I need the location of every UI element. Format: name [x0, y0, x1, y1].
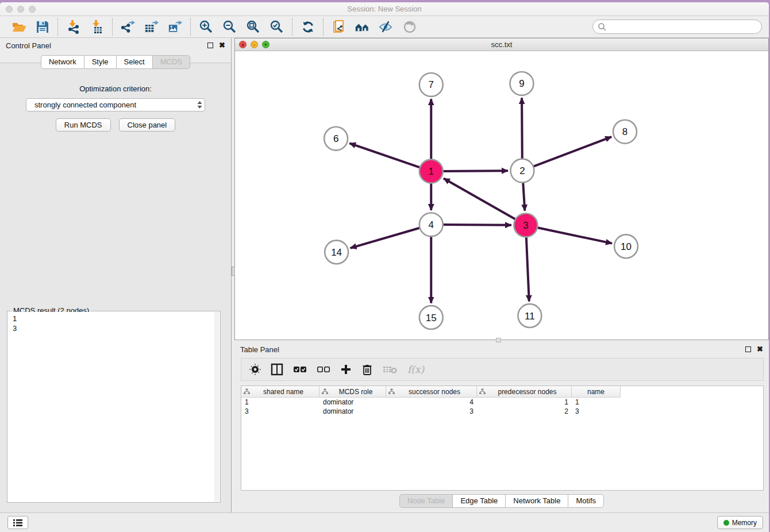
- criterion-select[interactable]: strongly connected component: [26, 98, 205, 111]
- table-cell[interactable]: dominator: [319, 398, 386, 407]
- memory-status-icon: [723, 520, 729, 526]
- table-cell[interactable]: 3: [572, 407, 621, 416]
- horizontal-splitter[interactable]: [234, 340, 769, 342]
- zoom-in-icon[interactable]: [198, 19, 214, 34]
- column-header-shared-name[interactable]: shared name: [241, 386, 319, 398]
- graph-node-label-10: 10: [621, 241, 632, 252]
- toolbar-separator: [112, 18, 113, 36]
- export-image-icon[interactable]: [167, 19, 183, 34]
- table-cell[interactable]: 4: [386, 398, 477, 407]
- show-all-networks-icon[interactable]: [355, 19, 370, 34]
- network-title: scc.txt: [235, 40, 768, 49]
- table-row[interactable]: 3dominator323: [241, 407, 763, 416]
- table-body: 1dominator4113dominator323: [241, 398, 763, 416]
- graph-edge-4-3[interactable]: [443, 225, 511, 225]
- float-panel-icon[interactable]: [745, 346, 751, 352]
- close-network-icon[interactable]: x: [239, 41, 247, 48]
- add-column-icon[interactable]: [340, 364, 352, 375]
- column-header-MCDS-role[interactable]: MCDS role: [319, 386, 386, 398]
- result-scrollbar[interactable]: [214, 312, 220, 502]
- session-title: Session: New Session: [0, 2, 769, 16]
- graph-edge-3-1[interactable]: [444, 178, 515, 219]
- open-session-icon[interactable]: [11, 19, 26, 34]
- zoom-selected-icon[interactable]: [269, 19, 284, 34]
- table-cell[interactable]: 1: [477, 398, 572, 407]
- search-field[interactable]: [592, 20, 762, 34]
- table-cell[interactable]: 2: [477, 407, 572, 416]
- eye-disabled-icon: [402, 19, 417, 34]
- close-panel-icon[interactable]: ✖: [219, 43, 225, 48]
- minimize-network-icon[interactable]: -: [251, 41, 258, 48]
- delete-column-icon[interactable]: [361, 363, 373, 376]
- zoom-out-icon[interactable]: [222, 19, 237, 34]
- graph-edge-4-14[interactable]: [351, 228, 420, 248]
- hide-graphics-icon[interactable]: [378, 19, 394, 34]
- unselect-all-icon[interactable]: [317, 365, 330, 373]
- tab-motifs[interactable]: Motifs: [568, 494, 604, 508]
- tab-select[interactable]: Select: [116, 55, 152, 69]
- task-history-button[interactable]: [7, 516, 28, 529]
- mcds-result-list[interactable]: 1 3: [8, 312, 220, 502]
- graph-edge-1-2[interactable]: [443, 171, 508, 171]
- memory-button[interactable]: Memory: [717, 516, 763, 529]
- export-table-icon[interactable]: [144, 19, 159, 34]
- settings-icon[interactable]: [249, 364, 261, 375]
- tab-style[interactable]: Style: [84, 55, 116, 69]
- network-window-titlebar[interactable]: x - + scc.txt: [235, 38, 768, 51]
- minimize-window-icon[interactable]: [17, 6, 24, 13]
- toolbar-separator: [292, 18, 292, 36]
- split-panel-icon[interactable]: [271, 363, 283, 376]
- import-network-icon[interactable]: [66, 19, 81, 34]
- table-panel-title: Table Panel: [240, 345, 279, 354]
- window-controls-inactive[interactable]: [6, 6, 36, 13]
- node-table[interactable]: shared nameMCDS rolesuccessor nodesprede…: [241, 385, 764, 491]
- clone-network-icon[interactable]: [331, 19, 346, 34]
- graph-edge-2-8[interactable]: [534, 137, 612, 167]
- toolbar-separator: [57, 18, 58, 36]
- tab-network[interactable]: Network: [41, 55, 84, 69]
- table-cell[interactable]: 1: [241, 398, 319, 407]
- tab-network-table[interactable]: Network Table: [505, 494, 568, 508]
- column-header-predecessor-nodes[interactable]: predecessor nodes: [477, 386, 572, 398]
- vertical-splitter[interactable]: [231, 38, 234, 512]
- network-graph[interactable]: 7968124314101511: [235, 51, 768, 340]
- export-network-icon[interactable]: [120, 19, 136, 34]
- table-row[interactable]: 1dominator411: [241, 398, 763, 407]
- tab-edge-table[interactable]: Edge Table: [452, 494, 505, 508]
- column-type-icon: [479, 388, 486, 395]
- zoom-window-icon[interactable]: [29, 6, 36, 13]
- table-cell[interactable]: 3: [386, 407, 477, 416]
- refresh-icon[interactable]: [300, 19, 315, 34]
- column-header-successor-nodes[interactable]: successor nodes: [386, 386, 477, 398]
- graph-edge-3-11[interactable]: [526, 237, 529, 302]
- network-canvas[interactable]: 7968124314101511: [235, 51, 768, 340]
- close-window-icon[interactable]: [6, 6, 13, 13]
- save-session-icon[interactable]: [34, 19, 50, 34]
- column-type-icon: [388, 388, 395, 395]
- graph-edge-1-6[interactable]: [349, 143, 419, 167]
- tab-node-table[interactable]: Node Table: [399, 494, 453, 508]
- zoom-fit-icon[interactable]: [245, 19, 261, 34]
- maximize-network-icon[interactable]: +: [262, 41, 270, 48]
- run-mcds-button[interactable]: Run MCDS: [56, 118, 111, 132]
- import-table-icon[interactable]: [89, 19, 105, 34]
- float-panel-icon[interactable]: [207, 43, 213, 48]
- tab-mcds[interactable]: MCDS: [152, 55, 190, 69]
- splitter-grabber[interactable]: [496, 338, 501, 342]
- search-input[interactable]: [610, 23, 757, 31]
- close-panel-button[interactable]: Close panel: [119, 118, 176, 132]
- mcds-result-box: MCDS result (2 nodes) 1 3: [7, 311, 221, 503]
- graph-node-label-7: 7: [429, 79, 434, 90]
- graph-edge-2-3[interactable]: [523, 183, 525, 211]
- column-header-name[interactable]: name: [572, 386, 621, 398]
- select-all-icon[interactable]: [293, 365, 307, 373]
- main-toolbar: [0, 16, 769, 38]
- graph-edge-3-10[interactable]: [537, 228, 612, 243]
- splitter-grabber[interactable]: [232, 267, 235, 276]
- table-cell[interactable]: 1: [572, 398, 621, 407]
- graph-edge-2-9[interactable]: [522, 98, 522, 159]
- window-titlebar: Session: New Session: [0, 2, 769, 16]
- table-cell[interactable]: dominator: [319, 407, 386, 416]
- table-cell[interactable]: 3: [241, 407, 319, 416]
- close-panel-icon[interactable]: ✖: [757, 346, 763, 352]
